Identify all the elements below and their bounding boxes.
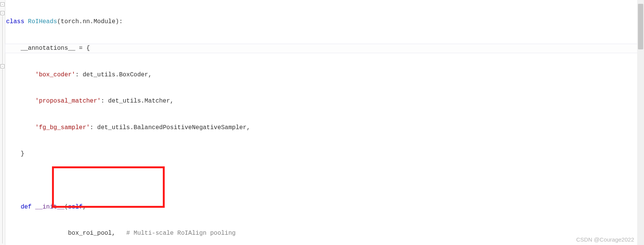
fold-toggle-icon[interactable]: - xyxy=(0,2,5,6)
code-line[interactable]: def __init__(self, xyxy=(5,203,644,212)
code-line[interactable]: 'box_coder': det_utils.BoxCoder, xyxy=(5,71,644,79)
scroll-thumb[interactable] xyxy=(638,4,643,49)
fold-gutter: - - - xyxy=(0,0,5,245)
code-editor[interactable]: - - - class RoIHeads(torch.nn.Module): _… xyxy=(0,0,644,245)
highlight-annotation xyxy=(52,166,165,208)
code-line[interactable]: } xyxy=(5,150,644,158)
code-line[interactable]: class RoIHeads(torch.nn.Module): xyxy=(5,17,644,26)
code-content[interactable]: class RoIHeads(torch.nn.Module): __annot… xyxy=(5,0,644,245)
fold-toggle-icon[interactable]: - xyxy=(0,11,5,15)
code-line-current[interactable]: __annotations__ = { xyxy=(5,44,644,53)
fold-toggle-icon[interactable]: - xyxy=(0,64,5,68)
vertical-scrollbar[interactable] xyxy=(637,0,644,245)
code-line[interactable]: 'fg_bg_sampler': det_utils.BalancedPosit… xyxy=(5,123,644,132)
code-line[interactable]: 'proposal_matcher': det_utils.Matcher, xyxy=(5,97,644,106)
code-line[interactable]: box_roi_pool, # Multi-scale RoIAlign poo… xyxy=(5,229,644,238)
code-line[interactable] xyxy=(5,176,644,185)
